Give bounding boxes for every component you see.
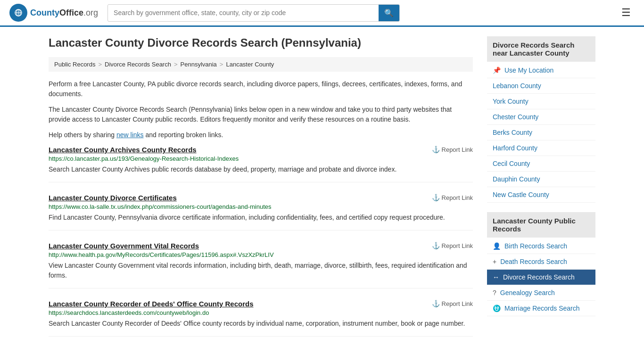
nearby-county-link-4[interactable]: Harford County — [493, 144, 537, 152]
breadcrumb-sep-2: > — [174, 61, 178, 68]
report-icon-1: ⚓ — [432, 194, 440, 201]
header-right: ☰ — [618, 5, 635, 21]
record-url-1[interactable]: https://www.co.la-salle.tx.us/index.php/… — [49, 203, 473, 210]
breadcrumb-divorce-records[interactable]: Divorce Records Search — [105, 61, 171, 68]
public-record-icon-0: 👤 — [493, 242, 501, 250]
sidebar-nearby-title: Divorce Records Search near Lancaster Co… — [487, 36, 595, 62]
nearby-county-item[interactable]: Berks County — [487, 125, 595, 140]
sidebar-use-location[interactable]: 📌 Use My Location — [487, 63, 595, 78]
nearby-county-item[interactable]: York County — [487, 94, 595, 109]
report-link-0[interactable]: ⚓ Report Link — [432, 146, 473, 153]
nearby-county-item[interactable]: Chester County — [487, 109, 595, 125]
public-record-link-4[interactable]: Marriage Records Search — [504, 304, 580, 312]
record-entry: Lancaster County Recorder of Deeds' Offi… — [49, 300, 473, 337]
breadcrumb-sep-1: > — [98, 61, 102, 68]
logo-text: CountyCountyOfficeOffice.org — [30, 8, 98, 18]
record-entry: Lancaster County Archives County Records… — [49, 146, 473, 182]
report-icon-0: ⚓ — [432, 146, 440, 153]
record-title-row: Lancaster County Recorder of Deeds' Offi… — [49, 300, 473, 308]
nearby-county-link-6[interactable]: Dauphin County — [493, 175, 540, 183]
public-record-link-3[interactable]: Genealogy Search — [500, 289, 555, 296]
record-url-0[interactable]: https://co.lancaster.pa.us/193/Genealogy… — [49, 155, 473, 162]
record-entry: Lancaster County Divorce Certificates ⚓ … — [49, 194, 473, 230]
nearby-county-item[interactable]: New Castle County — [487, 187, 595, 203]
public-record-icon-2: ↔ — [493, 273, 499, 281]
search-area: 🔍 — [107, 4, 400, 22]
record-title-row: Lancaster County Divorce Certificates ⚓ … — [49, 194, 473, 202]
main-content: Lancaster County Divorce Records Search … — [49, 36, 473, 348]
record-title-row: Lancaster County Archives County Records… — [49, 146, 473, 154]
use-location-link[interactable]: Use My Location — [504, 66, 553, 74]
public-record-item[interactable]: + Death Records Search — [487, 254, 595, 270]
report-link-1[interactable]: ⚓ Report Link — [432, 194, 473, 201]
report-icon-2: ⚓ — [432, 242, 440, 249]
public-record-icon-1: + — [493, 258, 496, 265]
menu-icon[interactable]: ☰ — [618, 5, 635, 21]
desc-1: Perform a free Lancaster County, PA publ… — [49, 79, 473, 99]
public-record-icon-4: ⛎ — [493, 304, 501, 312]
nearby-county-link-5[interactable]: Cecil County — [493, 160, 530, 167]
record-title-1[interactable]: Lancaster County Divorce Certificates — [49, 194, 177, 202]
logo-icon — [9, 4, 27, 22]
nearby-county-item[interactable]: Lebanon County — [487, 78, 595, 94]
nearby-county-link-7[interactable]: New Castle County — [493, 191, 549, 198]
record-desc-3: Search Lancaster County Recorder of Deed… — [49, 319, 473, 329]
public-record-link-0[interactable]: Birth Records Search — [504, 242, 567, 250]
breadcrumb-public-records[interactable]: Public Records — [54, 61, 95, 68]
record-desc-0: Search Lancaster County Archives public … — [49, 165, 473, 174]
nearby-county-item[interactable]: Harford County — [487, 140, 595, 156]
page-container: Lancaster County Divorce Records Search … — [39, 27, 605, 357]
public-records-container: 👤 Birth Records Search + Death Records S… — [487, 239, 595, 316]
sidebar: Divorce Records Search near Lancaster Co… — [487, 36, 595, 348]
desc-2: The Lancaster County Divorce Records Sea… — [49, 105, 473, 124]
breadcrumb: Public Records > Divorce Records Search … — [49, 57, 473, 72]
nearby-counties-container: Lebanon CountyYork CountyChester CountyB… — [487, 78, 595, 203]
breadcrumb-sep-3: > — [220, 61, 223, 68]
report-link-2[interactable]: ⚓ Report Link — [432, 242, 473, 249]
record-title-3[interactable]: Lancaster County Recorder of Deeds' Offi… — [49, 300, 254, 308]
report-icon-3: ⚓ — [432, 300, 440, 307]
nearby-county-link-1[interactable]: York County — [493, 98, 528, 105]
site-header: CountyCountyOfficeOffice.org 🔍 ☰ — [0, 0, 644, 27]
public-record-item[interactable]: ? Genealogy Search — [487, 285, 595, 301]
record-title-0[interactable]: Lancaster County Archives County Records — [49, 146, 197, 154]
public-record-icon-3: ? — [493, 289, 496, 296]
nearby-county-item[interactable]: Dauphin County — [487, 172, 595, 187]
nearby-county-link-3[interactable]: Berks County — [493, 129, 532, 136]
location-pin-icon: 📌 — [493, 66, 501, 74]
sidebar-public-records-section: Lancaster County Public Records 👤 Birth … — [487, 212, 595, 316]
breadcrumb-pennsylvania[interactable]: Pennsylvania — [181, 61, 217, 68]
logo-link[interactable]: CountyCountyOfficeOffice.org — [9, 4, 98, 22]
search-icon: 🔍 — [384, 9, 394, 17]
records-container: Lancaster County Archives County Records… — [49, 146, 473, 337]
search-input[interactable] — [108, 5, 379, 20]
sidebar-public-records-title: Lancaster County Public Records — [487, 212, 595, 238]
public-record-link-1[interactable]: Death Records Search — [500, 258, 567, 265]
record-title-2[interactable]: Lancaster County Government Vital Record… — [49, 242, 199, 250]
page-title: Lancaster County Divorce Records Search … — [49, 36, 473, 49]
public-record-item[interactable]: ⛎ Marriage Records Search — [487, 301, 595, 316]
report-link-3[interactable]: ⚓ Report Link — [432, 300, 473, 307]
record-desc-1: Find Lancaster County, Pennsylvania divo… — [49, 213, 473, 222]
record-url-3[interactable]: https://searchdocs.lancasterdeeds.com/co… — [49, 309, 473, 316]
record-desc-2: View Lancaster County Government vital r… — [49, 261, 473, 280]
search-button[interactable]: 🔍 — [379, 5, 399, 21]
nearby-county-link-0[interactable]: Lebanon County — [493, 82, 541, 90]
record-entry: Lancaster County Government Vital Record… — [49, 242, 473, 288]
nearby-county-item[interactable]: Cecil County — [487, 156, 595, 172]
public-record-item[interactable]: 👤 Birth Records Search — [487, 239, 595, 254]
sidebar-nearby-section: Divorce Records Search near Lancaster Co… — [487, 36, 595, 203]
record-url-2[interactable]: http://www.health.pa.gov/MyRecords/Certi… — [49, 251, 473, 258]
new-links-link[interactable]: new links — [116, 131, 144, 139]
desc-3: Help others by sharing new links and rep… — [49, 130, 473, 140]
record-title-row: Lancaster County Government Vital Record… — [49, 242, 473, 250]
nearby-county-link-2[interactable]: Chester County — [493, 113, 538, 121]
public-record-link-2[interactable]: Divorce Records Search — [503, 273, 575, 281]
public-record-item[interactable]: ↔ Divorce Records Search — [487, 270, 595, 285]
breadcrumb-lancaster[interactable]: Lancaster County — [226, 61, 274, 68]
